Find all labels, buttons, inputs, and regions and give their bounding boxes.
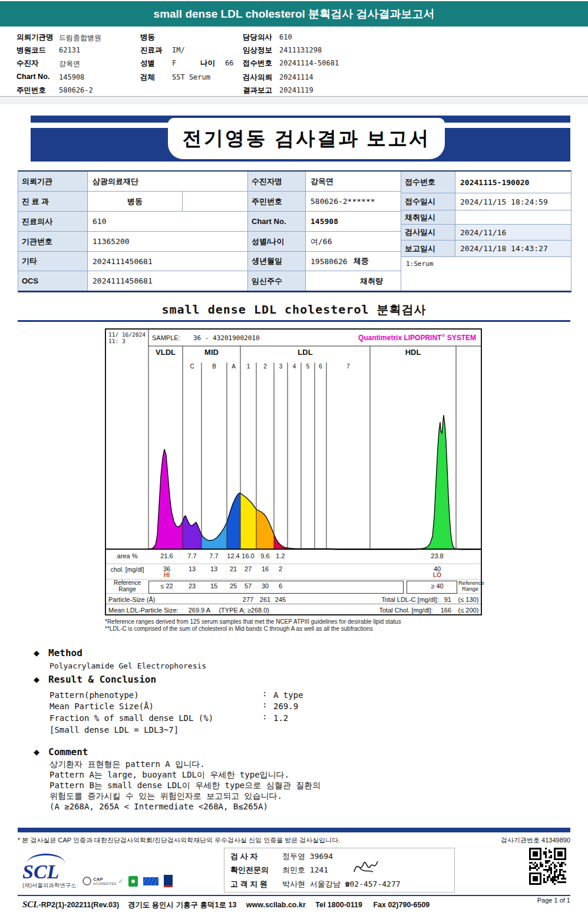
comment-line: Pattern B는 small dense LDL이 우세한 type으로 심… [49,781,321,791]
scl-logo: SCL (재)서울의과학연구소 [22,854,77,890]
result-colon: : [262,689,267,698]
sample-id: 36 - 432019002010 [193,334,260,342]
subband-label-4: 4 [293,363,296,370]
band-fill-mid-c [183,516,201,549]
table-label: 임신주수 [248,271,306,291]
field-label: 검체 [140,73,155,83]
accreditation-note: * 본 검사실은 CAP 인증과 대한진단검사의학회/진단검사의학재단의 우수검… [18,836,340,845]
table-label: Chart No. [248,212,306,232]
band-fill-hdl [370,415,456,549]
row-divider [106,604,481,604]
lipoprint-chart: 11/ 16/2024 11: 3 SAMPLE: 36 - 432019002… [105,328,482,615]
total-ldl-ref: (≤ 130) [455,596,482,603]
baseline [106,549,481,550]
subband-label-5: 5 [306,363,310,370]
table-value: 2024111450681 [88,252,248,271]
field-value: SST Serum [172,73,210,81]
comment-heading: Comment [48,746,88,758]
field-label: 검사의뢰 [243,73,272,83]
lab-fax: Fax 02)790-6509 [373,901,430,909]
field-label: 담당의사 [243,32,272,42]
chol-value: 13 [189,565,196,572]
qr-code [529,848,567,888]
footer-info-line: SCL-RP2(1)-202211(Rev.03) 경기도 용인시 기흥구 흥덕… [22,899,430,910]
diamond-icon: ◆ [34,648,39,657]
table-value: 채취량 [306,271,401,291]
sample-label: SAMPLE: [152,334,180,341]
table-value [455,210,571,225]
table-label: 기타 [18,252,88,271]
lab-website: www.scllab.co.kr [246,901,306,909]
comment-line: Pattern A는 large, buoyant LDL이 우세한 type입… [49,770,289,781]
support-row: 고 객 지 원박사현 서울강남 ☎02-457-4277 [230,878,401,890]
result-colon: : [262,700,267,709]
field-label: 진료과 [140,45,163,55]
subband-label-2: 2 [263,363,267,370]
table-label: 진 료 과 [18,192,88,212]
subband-label-c: C [190,363,194,370]
field-label: 임상정보 [243,45,272,55]
field-value: 66 [225,59,233,67]
header-divider-band [0,97,588,104]
result-heading: Result & Conclusion [48,674,156,685]
table-value: 580626-2****** [306,192,401,212]
chol-flag-lo: LO [433,572,441,578]
chol-row-label: chol. [mg/dl] [106,566,148,573]
result-value: 1.2 [273,713,288,723]
area-row-label: area % [106,552,148,559]
subband-label-3: 3 [279,363,283,370]
field-label: 결과보고 [243,85,272,96]
table-label: 진료의사 [18,212,88,232]
table-label: 주민번호 [248,192,306,212]
field-value: 2411131298 [279,46,322,54]
field-label: 나이 [200,58,215,68]
patient-header: 의뢰기관명 드림종합병원 병원코드 62131 수진자 강옥연 Chart No… [0,27,588,96]
subband-label-7: 7 [346,363,350,370]
method-body: Polyacrylamide Gel Electrophoresis [49,661,206,670]
table-value: 610 [88,212,248,232]
result-note: [Small dense LDL = LDL3~7] [49,725,179,735]
chol-value: 27 [245,565,252,572]
lab-tel: Tel 1800-0119 [315,901,362,909]
area-value: 7.7 [209,552,218,559]
group-label-hdl: HDL [405,348,421,357]
band-fill-ldl-1 [240,493,256,549]
accreditation-logos: CAP ACCREDITED ✓ [82,875,173,887]
area-value: 12.4 [227,552,239,559]
group-label-ldl: LDL [298,348,312,357]
table-value: 2024/11/18 14:43:27 [455,241,571,257]
section-title: small dense LDL cholesterol 분획검사 [0,302,588,318]
comment-line: 위험도를 증가시킬 수 있는 위험인자로 보고되고 있습니다. [49,791,282,802]
table-label: 접수일시 [401,193,455,210]
group-label-mid: MID [204,348,219,357]
field-value: F [172,59,176,67]
chol-value: 2 [279,565,282,572]
area-value: 1.2 [276,552,285,559]
sample-volume-sublabel: 채취량 [360,276,383,287]
page-number: Page 1 of 1 [537,897,570,904]
field-value: 610 [279,33,292,41]
table-value: 병동 [88,192,248,212]
report-header-bar: small dense LDL cholesterol 분획검사 검사결과보고서 [0,1,588,27]
particle-size-value: 261 [260,596,270,603]
field-value: 드림종합병원 [59,33,101,43]
tester-row: 검 사 자정두영 39694 [230,851,333,862]
lipoprint-brand: Quantimetrix LIPOPRINT® SYSTEM [358,333,476,342]
result-value: A type [273,690,303,700]
result-value: 269.9 [273,702,298,711]
banner-title-box: 전기영동 검사결과 보고서 [168,118,445,159]
table-label: 수진자명 [248,172,306,192]
section-rule [18,320,570,322]
field-value: 145908 [59,73,84,81]
table-value: 20241115-190020 [455,172,571,193]
chol-value: 16 [262,565,269,572]
method-heading: Method [48,647,82,658]
field-label: 병동 [140,32,155,42]
total-chol-line: Total Chol. [mg/dl]: 166 [339,607,451,614]
table-value: 19580626 체중 [306,252,401,271]
footnote-1: *Reference ranges derived from 125 serum… [105,618,401,625]
ward-subcell: 병동 [88,192,183,211]
field-value: 강옥연 [59,59,80,69]
chart-datetime: 11/ 16/2024 11: 3 [108,331,148,344]
navy-cert-logo [164,875,173,887]
